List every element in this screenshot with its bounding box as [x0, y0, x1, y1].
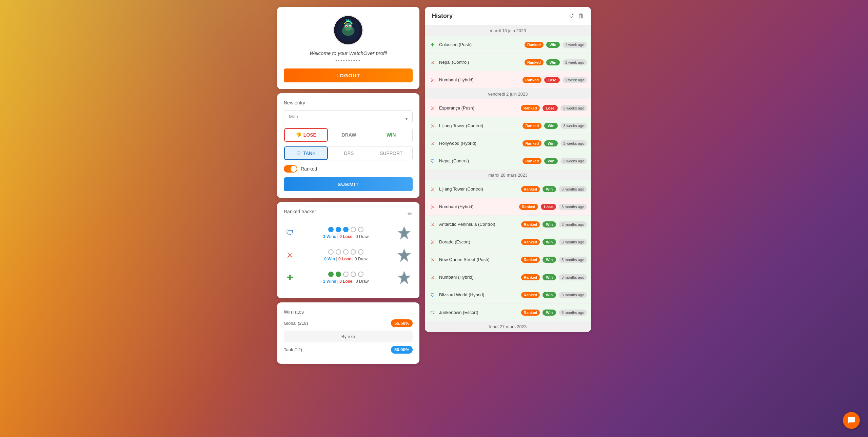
draw-button[interactable]: DRAW: [328, 128, 370, 142]
history-map-name: Dorado (Escort): [439, 239, 518, 244]
result-badge: Win: [546, 59, 560, 65]
tank-rate-row: Tank (12) 50.00%: [284, 346, 413, 354]
ranked-tracker-card: Ranked tracker ✏ 🛡 3 Wins | 0 Lose | 0 D…: [277, 202, 419, 298]
dot-1: [328, 249, 334, 255]
history-row[interactable]: ⚔ Numbani (Hybrid) Ranked Lose 3 months …: [425, 198, 591, 216]
time-ago: 3 months ago: [559, 274, 587, 280]
history-row[interactable]: ⚔ Antarctic Peninsula (Control) Ranked W…: [425, 216, 591, 233]
history-row[interactable]: ⚔ Numbani (Hybrid) Ranked Win 3 months a…: [425, 269, 591, 286]
support-dots: 2 Wins | 0 Lose | 0 Draw: [300, 272, 392, 284]
history-map-name: Lijiang Tower (Control): [439, 186, 518, 192]
support-button[interactable]: SUPPORT: [370, 146, 412, 160]
history-row[interactable]: ⚔ Dorado (Escort) Ranked Win 3 months ag…: [425, 233, 591, 251]
time-ago: 3 months ago: [559, 221, 587, 227]
result-badge: Win: [542, 239, 556, 245]
history-role-icon: ⚔: [429, 140, 436, 147]
result-badge: Lose: [541, 204, 556, 210]
tracker-row-dps: ⚔ 0 Win | 0 Lose | 0 Draw: [284, 247, 413, 264]
date-separator: vendredi 2 juin 2023: [425, 89, 591, 99]
new-entry-card: New entry Map ▼ 👎 LOSE DRAW WIN: [277, 93, 419, 198]
history-row[interactable]: ⚔ Nepal (Control) Ranked Win 1 week ago: [425, 54, 591, 71]
history-row[interactable]: ⚔ Lijiang Tower (Control) Ranked Win 3 w…: [425, 117, 591, 135]
dot-4: [351, 272, 356, 277]
map-select[interactable]: Map: [284, 110, 413, 123]
dps-button[interactable]: DPS: [328, 146, 370, 160]
tracker-header: Ranked tracker ✏: [284, 209, 413, 219]
result-badge: Win: [544, 123, 558, 129]
history-row[interactable]: ⚔ Numbani (Hybrid) Ranked Lose 1 week ag…: [425, 71, 591, 89]
time-ago: 3 months ago: [559, 186, 587, 192]
avatar: [333, 15, 363, 45]
date-separator: mardi 28 mars 2023: [425, 170, 591, 180]
history-map-name: Numbani (Hybrid): [439, 77, 520, 82]
svg-point-3: [344, 23, 352, 31]
ranked-label: Ranked: [301, 166, 317, 172]
by-role-label: By role: [341, 334, 355, 339]
history-row[interactable]: ⚔ New Queen Street (Push) Ranked Win 3 m…: [425, 251, 591, 269]
history-map-name: Numbani (Hybrid): [439, 204, 516, 209]
ranked-toggle-row: Ranked: [284, 165, 413, 173]
tank-shield-icon: 🛡: [296, 151, 301, 156]
ranked-badge: Ranked: [525, 59, 544, 65]
history-title: History: [432, 13, 453, 20]
history-panel: History ↺ 🗑 mardi 13 juin 2023 ✚ Colosse…: [425, 7, 591, 332]
history-row[interactable]: 🛡 Nepal (Control) Ranked Win 3 weeks ago: [425, 152, 591, 170]
logout-button[interactable]: LOGOUT: [284, 68, 413, 82]
ranked-badge: Ranked: [522, 77, 541, 83]
history-map-name: Blizzard World (Hybrid): [439, 292, 518, 297]
tracker-row-support: ✚ 2 Wins | 0 Lose | 0 Draw: [284, 269, 413, 286]
time-ago: 3 months ago: [559, 257, 587, 263]
history-map-name: Junkertown (Escort): [439, 310, 518, 315]
history-map-name: Nepal (Control): [439, 158, 520, 163]
history-row[interactable]: ✚ Colosseo (Push) Ranked Win 1 week ago: [425, 36, 591, 54]
history-role-icon: ⚔: [429, 104, 436, 112]
history-role-icon: ⚔: [429, 203, 436, 211]
result-badge: Win: [542, 274, 556, 280]
username-dots: ••••••••••: [335, 58, 361, 63]
history-row[interactable]: 🛡 Junkertown (Escort) Ranked Win 3 month…: [425, 304, 591, 321]
chat-button[interactable]: [843, 412, 860, 429]
history-scroll[interactable]: mardi 13 juin 2023 ✚ Colosseo (Push) Ran…: [425, 25, 591, 332]
dot-5: [358, 227, 363, 232]
time-ago: 1 week ago: [563, 42, 587, 48]
edit-icon[interactable]: ✏: [408, 210, 413, 218]
date-separator: mardi 13 juin 2023: [425, 25, 591, 36]
ranked-badge: Ranked: [522, 123, 541, 129]
tracker-title: Ranked tracker: [284, 209, 316, 214]
draw-label: DRAW: [342, 132, 356, 138]
result-badge: Win: [544, 158, 558, 164]
dps-stats: 0 Win | 0 Lose | 0 Draw: [324, 257, 368, 261]
history-map-name: Hollywood (Hybrid): [439, 141, 520, 146]
dps-label: DPS: [344, 151, 354, 156]
history-role-icon: ⚔: [429, 274, 436, 281]
ranked-toggle-switch[interactable]: [284, 165, 297, 173]
history-row[interactable]: 🛡 Blizzard World (Hybrid) Ranked Win 3 m…: [425, 286, 591, 304]
win-rates-card: Win rates Global (218) 55.50% By role Ta…: [277, 302, 419, 364]
history-role-icon: 🛡: [429, 309, 436, 316]
win-button[interactable]: WIN: [370, 128, 412, 142]
result-badge: Win: [542, 310, 556, 316]
tank-button[interactable]: 🛡 TANK: [284, 146, 328, 160]
history-row[interactable]: ⚔ Lijiang Tower (Control) Ranked Win 3 m…: [425, 180, 591, 198]
ranked-badge: Ranked: [521, 105, 540, 111]
history-row[interactable]: ⚔ Esperança (Push) Ranked Lose 3 weeks a…: [425, 99, 591, 117]
by-role-section: By role: [284, 331, 413, 342]
dot-1: [328, 272, 334, 277]
dot-4: [351, 227, 356, 232]
win-rates-title: Win rates: [284, 309, 413, 315]
result-badge: Win: [544, 140, 558, 146]
refresh-button[interactable]: ↺: [569, 12, 574, 20]
history-role-icon: 🛡: [429, 291, 436, 299]
time-ago: 3 months ago: [559, 204, 587, 210]
time-ago: 1 week ago: [563, 77, 587, 83]
history-row[interactable]: ⚔ Hollywood (Hybrid) Ranked Win 3 weeks …: [425, 135, 591, 152]
delete-button[interactable]: 🗑: [578, 12, 584, 20]
global-rate-badge: 55.50%: [391, 319, 413, 327]
lose-button[interactable]: 👎 LOSE: [284, 128, 328, 142]
ranked-badge: Ranked: [521, 239, 540, 245]
dps-rank-icon: [396, 247, 413, 264]
history-role-icon: ⚔: [429, 185, 436, 193]
dot-5: [358, 249, 363, 255]
submit-button[interactable]: SUBMIT: [284, 177, 413, 191]
tank-label: TANK: [303, 151, 315, 156]
